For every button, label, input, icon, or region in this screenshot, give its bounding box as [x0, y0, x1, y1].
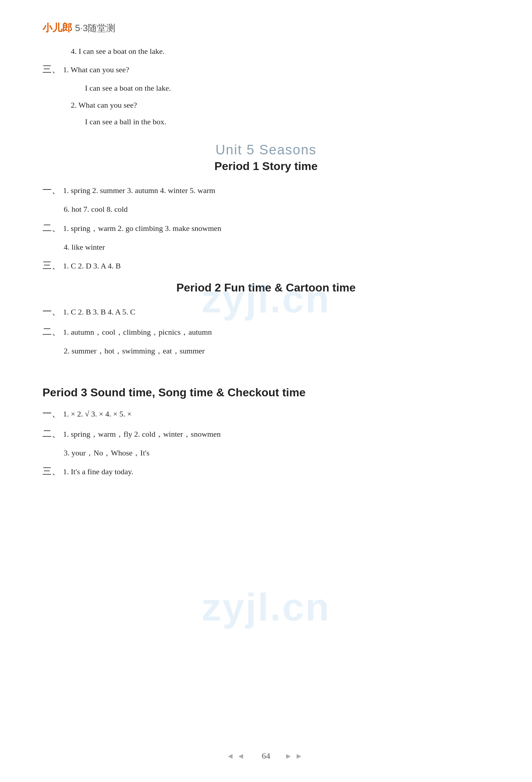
period1-title: Period 1 Story time [42, 160, 490, 173]
p3-row1: 1. × 2. √ 3. × 4. × 5. × [63, 407, 132, 421]
pre-a2: I can see a ball in the box. [85, 115, 490, 128]
page: 小儿郎 5·3随堂测 4. I can see a boat on the la… [0, 0, 532, 782]
watermark2: zyjl.cn [201, 584, 330, 629]
logo-tagline: 5·3随堂测 [75, 22, 115, 34]
p1-yi-row: 一、 1. spring 2. summer 3. autumn 4. wint… [42, 182, 490, 199]
p3-san-marker: 三、 [42, 463, 61, 480]
er-marker: 二、 [42, 220, 61, 237]
unit-title: Unit 5 Seasons [42, 142, 490, 158]
p1-row3: 1. spring，warm 2. go climbing 3. make sn… [63, 221, 221, 236]
p3-row3: 3. your，No，Whose，It's [64, 446, 490, 460]
pre-a1: I can see a boat on the lake. [85, 81, 490, 95]
p2-row1: 1. C 2. B 3. B 4. A 5. C [63, 305, 135, 319]
san-marker: 三、 [42, 61, 61, 78]
p3-row2: 1. spring，warm，fly 2. cold，winter，snowme… [63, 427, 221, 441]
pre-item4: 4. I can see a boat on the lake. [71, 45, 490, 58]
p3-er-row: 二、 1. spring，warm，fly 2. cold，winter，sno… [42, 426, 490, 442]
p1-er-row: 二、 1. spring，warm 2. go climbing 3. make… [42, 220, 490, 237]
p3-san-row: 三、 1. It's a fine day today. [42, 463, 490, 480]
p2-er-marker: 二、 [42, 324, 61, 340]
p1-row5: 1. C 2. D 3. A 4. B [63, 259, 121, 273]
p2-row3: 2. summer，hot，swimming，eat，summer [64, 344, 490, 358]
pre-san-row: 三、 1. What can you see? [42, 61, 490, 78]
pre-q2: 2. What can you see? [71, 98, 490, 112]
left-arrows: ◄◄ [226, 752, 247, 760]
p1-row2: 6. hot 7. cool 8. cold [64, 202, 490, 216]
pre-q1: 1. What can you see? [63, 63, 129, 77]
right-arrows: ►► [285, 752, 306, 760]
p1-san-row: 三、 1. C 2. D 3. A 4. B [42, 257, 490, 274]
p2-yi-row: 一、 1. C 2. B 3. B 4. A 5. C [42, 304, 490, 320]
period2-title: Period 2 Fun time & Cartoon time [42, 281, 490, 294]
p3-yi-marker: 一、 [42, 406, 61, 422]
p1-row4: 4. like winter [64, 240, 490, 254]
header-logo: 小儿郎 5·3随堂测 [42, 21, 490, 35]
logo-icon: 小儿郎 [42, 21, 72, 35]
p3-row4: 1. It's a fine day today. [63, 465, 133, 479]
p2-yi-marker: 一、 [42, 304, 61, 320]
yi-marker: 一、 [42, 182, 61, 199]
p2-er-row: 二、 1. autumn，cool，climbing，picnics，autum… [42, 324, 490, 340]
page-number: 64 [262, 751, 270, 760]
page-footer: ◄◄ 64 ►► [0, 751, 532, 761]
period3-title: Period 3 Sound time, Song time & Checkou… [42, 386, 490, 399]
p3-er-marker: 二、 [42, 426, 61, 442]
pre-section: 4. I can see a boat on the lake. 三、 1. W… [42, 45, 490, 128]
p2-row2: 1. autumn，cool，climbing，picnics，autumn [63, 325, 212, 339]
p1-row1: 1. spring 2. summer 3. autumn 4. winter … [63, 183, 215, 198]
san2-marker: 三、 [42, 257, 61, 274]
p3-yi-row: 一、 1. × 2. √ 3. × 4. × 5. × [42, 406, 490, 422]
